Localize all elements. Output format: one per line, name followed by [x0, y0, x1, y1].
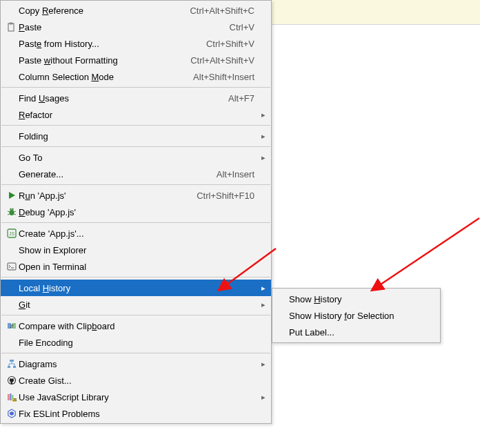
- submenu-arrow-icon: ▸: [261, 110, 266, 119]
- svg-rect-1: [10, 23, 13, 25]
- label: Show History: [289, 294, 423, 304]
- label: Go To: [19, 153, 254, 163]
- paste-icon: [5, 22, 19, 32]
- run-icon: [5, 191, 19, 199]
- separator: [1, 87, 270, 88]
- diff-icon: [5, 321, 19, 331]
- eslint-icon: [5, 409, 19, 418]
- label: Diagrams: [19, 359, 254, 369]
- menu-item-folding[interactable]: Folding ▸: [1, 128, 271, 144]
- submenu-arrow-icon: ▸: [261, 300, 266, 309]
- submenu-item-put-label[interactable]: Put Label...: [272, 324, 440, 340]
- svg-point-7: [10, 208, 12, 211]
- separator: [1, 125, 270, 126]
- svg-rect-0: [8, 23, 14, 31]
- menu-item-git[interactable]: Git ▸: [1, 296, 271, 313]
- separator: [1, 353, 270, 353]
- svg-rect-23: [8, 394, 10, 400]
- local-history-submenu: Show History Show History for Selection …: [272, 288, 441, 343]
- svg-line-29: [372, 218, 479, 290]
- label: Run 'App.js': [19, 191, 183, 201]
- menu-item-open-terminal[interactable]: Open in Terminal: [1, 258, 271, 275]
- label: Find Usages: [19, 93, 214, 104]
- svg-rect-15: [10, 360, 14, 362]
- debug-icon: [5, 207, 19, 217]
- separator: [1, 277, 270, 277]
- shortcut: Alt+F7: [228, 93, 254, 104]
- menu-item-copy-reference[interactable]: Copy Reference Ctrl+Alt+Shift+C: [1, 2, 271, 19]
- svg-line-5: [8, 214, 10, 215]
- menu-item-goto[interactable]: Go To ▸: [1, 149, 271, 166]
- diagram-icon: [5, 359, 19, 369]
- shortcut: Alt+Insert: [217, 169, 254, 179]
- menu-item-diagrams[interactable]: Diagrams ▸: [1, 356, 271, 372]
- label: Compare with Clipboard: [19, 321, 254, 331]
- svg-rect-16: [8, 366, 10, 368]
- label: Show History for Selection: [289, 311, 423, 321]
- submenu-arrow-icon: ▸: [261, 153, 266, 162]
- shortcut: Ctrl+Alt+Shift+C: [190, 6, 254, 16]
- shortcut: Ctrl+Alt+Shift+V: [190, 55, 254, 66]
- submenu-item-show-history-selection[interactable]: Show History for Selection: [272, 307, 440, 324]
- label: Paste from History...: [19, 39, 192, 49]
- menu-item-show-explorer[interactable]: Show in Explorer: [1, 242, 271, 258]
- menu-item-create-gist[interactable]: Create Gist...: [1, 372, 271, 389]
- menu-item-run[interactable]: Run 'App.js' Ctrl+Shift+F10: [1, 187, 271, 204]
- menu-item-find-usages[interactable]: Find Usages Alt+F7: [1, 90, 271, 106]
- label: Generate...: [19, 169, 203, 179]
- label: Paste without Formatting: [19, 55, 177, 66]
- label: Create Gist...: [19, 376, 254, 386]
- submenu-arrow-icon: ▸: [261, 132, 266, 141]
- label: Copy Reference: [19, 6, 176, 16]
- menu-item-refactor[interactable]: Refactor ▸: [1, 106, 271, 123]
- menu-item-col-sel-mode[interactable]: Column Selection Mode Alt+Shift+Insert: [1, 68, 271, 85]
- label: Show in Explorer: [19, 245, 254, 255]
- svg-point-8: [12, 208, 14, 211]
- menu-item-compare-clipboard[interactable]: Compare with Clipboard: [1, 318, 271, 334]
- js-books-icon: JS: [5, 392, 19, 402]
- context-menu: Copy Reference Ctrl+Alt+Shift+C Paste Ct…: [0, 0, 272, 424]
- menu-item-debug[interactable]: Debug 'App.js': [1, 204, 271, 220]
- label: Local History: [19, 283, 254, 293]
- submenu-arrow-icon: ▸: [261, 284, 266, 293]
- svg-text:JS: JS: [9, 231, 15, 236]
- label: Debug 'App.js': [19, 207, 254, 217]
- menu-item-local-history[interactable]: Local History ▸: [1, 280, 271, 296]
- svg-text:JS: JS: [12, 398, 17, 402]
- separator: [1, 146, 270, 147]
- shortcut: Ctrl+V: [230, 22, 254, 32]
- github-icon: [5, 376, 19, 385]
- label: Column Selection Mode: [19, 72, 179, 82]
- label: Git: [19, 300, 254, 310]
- submenu-arrow-icon: ▸: [261, 360, 266, 369]
- menu-item-paste-no-fmt[interactable]: Paste without Formatting Ctrl+Alt+Shift+…: [1, 52, 271, 68]
- label: Use JavaScript Library: [19, 392, 254, 402]
- svg-rect-17: [13, 366, 16, 368]
- menu-item-create-run-config[interactable]: JS Create 'App.js'...: [1, 225, 271, 242]
- label: Refactor: [19, 110, 254, 120]
- menu-item-paste[interactable]: Paste Ctrl+V: [1, 19, 271, 35]
- svg-point-2: [10, 210, 14, 215]
- label: Put Label...: [289, 327, 423, 338]
- label: File Encoding: [19, 338, 254, 348]
- separator: [1, 184, 270, 185]
- menu-item-fix-eslint[interactable]: Fix ESLint Problems: [1, 405, 271, 422]
- separator: [1, 315, 270, 315]
- menu-item-js-library[interactable]: JS Use JavaScript Library ▸: [1, 389, 271, 405]
- svg-line-4: [14, 211, 16, 212]
- terminal-icon: [5, 262, 19, 271]
- svg-rect-24: [10, 393, 12, 400]
- separator: [1, 222, 270, 223]
- menu-item-paste-history[interactable]: Paste from History... Ctrl+Shift+V: [1, 35, 271, 52]
- menu-item-file-encoding[interactable]: File Encoding: [1, 334, 271, 351]
- menu-item-generate[interactable]: Generate... Alt+Insert: [1, 166, 271, 182]
- submenu-item-show-history[interactable]: Show History: [272, 291, 440, 307]
- js-file-icon: JS: [5, 228, 19, 238]
- label: Create 'App.js'...: [19, 228, 254, 239]
- label: Folding: [19, 131, 254, 142]
- svg-rect-11: [8, 263, 16, 270]
- label: Open in Terminal: [19, 262, 254, 272]
- shortcut: Alt+Shift+Insert: [193, 72, 254, 82]
- svg-rect-14: [12, 323, 16, 329]
- shortcut: Ctrl+Shift+F10: [197, 191, 254, 201]
